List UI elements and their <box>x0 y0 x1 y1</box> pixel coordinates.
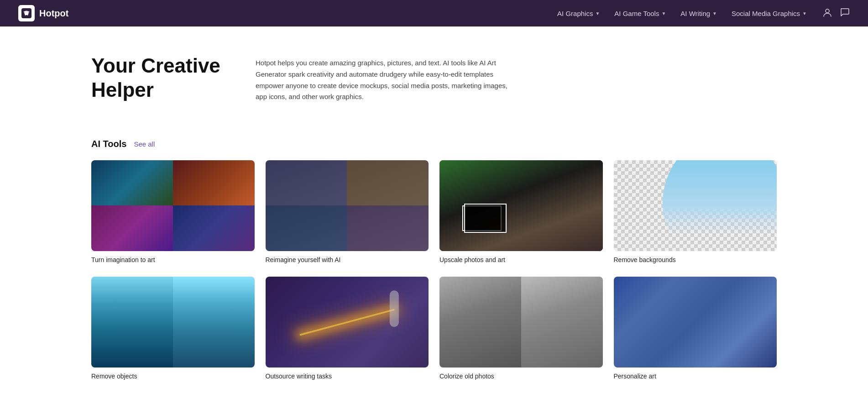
logo-link[interactable]: Hotpot <box>18 5 68 21</box>
logo-text: Hotpot <box>39 8 68 19</box>
tools-header: AI Tools See all <box>91 139 777 149</box>
tool-label-upscale: Upscale photos and art <box>439 256 505 263</box>
tool-card-reimagine[interactable]: Reimagine yourself with AI <box>266 160 429 264</box>
chevron-down-icon: ▼ <box>595 11 600 16</box>
tools-section: AI Tools See all Turn imagination to art <box>0 130 868 408</box>
tool-label-remove-obj: Remove objects <box>91 373 137 380</box>
tool-image-remove-obj <box>91 277 255 368</box>
tool-card-upscale[interactable]: Upscale photos and art <box>439 160 603 264</box>
chevron-down-icon: ▼ <box>802 11 807 16</box>
tool-card-remove-obj[interactable]: Remove objects <box>91 277 255 380</box>
tool-label-personalize: Personalize art <box>614 373 656 380</box>
svg-point-1 <box>826 9 829 13</box>
tool-image-ai-art <box>91 160 255 251</box>
tool-card-ai-art[interactable]: Turn imagination to art <box>91 160 255 264</box>
user-icon[interactable] <box>822 7 832 20</box>
chevron-down-icon: ▼ <box>712 11 717 16</box>
tool-image-reimagine <box>266 160 429 251</box>
tools-grid: Turn imagination to art Reimagine yourse… <box>91 160 777 381</box>
nav-ai-graphics[interactable]: AI Graphics ▼ <box>551 7 606 20</box>
hero-section: Your Creative Helper Hotpot helps you cr… <box>0 26 868 130</box>
tool-label-reimagine: Reimagine yourself with AI <box>266 256 341 263</box>
tool-image-colorize <box>439 277 603 368</box>
hero-description: Hotpot helps you create amazing graphics… <box>256 58 520 103</box>
tool-label-remove-bg: Remove backgrounds <box>614 256 676 263</box>
see-all-link[interactable]: See all <box>134 140 155 148</box>
tool-image-remove-bg <box>614 160 777 251</box>
tool-label-ai-art: Turn imagination to art <box>91 256 155 263</box>
hero-title: Your Creative Helper <box>91 54 228 102</box>
navbar: Hotpot AI Graphics ▼ AI Game Tools ▼ AI … <box>0 0 868 26</box>
hero-left: Your Creative Helper <box>91 54 228 111</box>
tool-image-personalize <box>614 277 777 368</box>
logo-icon <box>18 5 35 21</box>
tools-section-title: AI Tools <box>91 139 126 149</box>
tool-image-writing <box>266 277 429 368</box>
tool-label-writing: Outsource writing tasks <box>266 373 332 380</box>
tool-label-colorize: Colorize old photos <box>439 373 494 380</box>
nav-icons <box>822 7 850 20</box>
nav-links: AI Graphics ▼ AI Game Tools ▼ AI Writing… <box>551 7 813 20</box>
nav-social-media-graphics[interactable]: Social Media Graphics ▼ <box>725 7 813 20</box>
chat-icon[interactable] <box>840 7 850 20</box>
nav-ai-writing[interactable]: AI Writing ▼ <box>674 7 723 20</box>
chevron-down-icon: ▼ <box>661 11 666 16</box>
tool-card-writing[interactable]: Outsource writing tasks <box>266 277 429 380</box>
tool-card-personalize[interactable]: Personalize art <box>614 277 777 380</box>
tool-card-remove-bg[interactable]: Remove backgrounds <box>614 160 777 264</box>
tool-card-colorize[interactable]: Colorize old photos <box>439 277 603 380</box>
hero-right: Hotpot helps you create amazing graphics… <box>256 54 777 103</box>
tool-image-upscale <box>439 160 603 251</box>
nav-ai-game-tools[interactable]: AI Game Tools ▼ <box>608 7 672 20</box>
